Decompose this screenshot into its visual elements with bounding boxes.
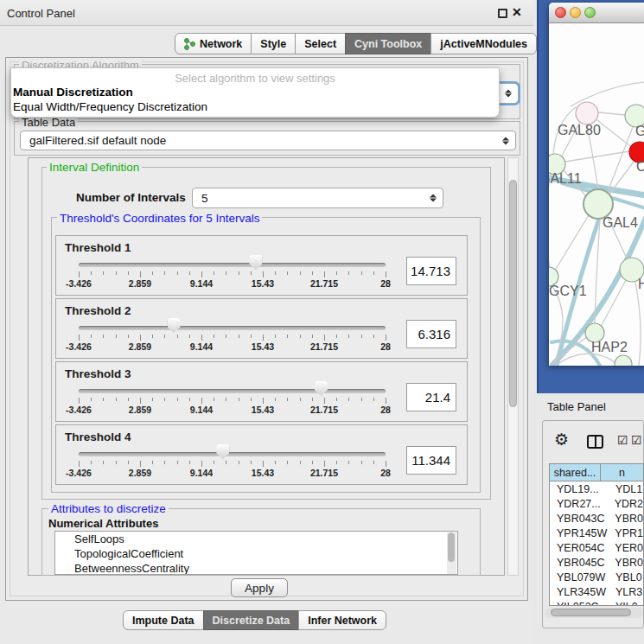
split-table-icon[interactable] — [587, 435, 603, 449]
table-data-group-title: Table Data — [19, 116, 78, 129]
slider-tick — [263, 398, 264, 404]
threshold-value-field[interactable]: 14.713 — [406, 257, 456, 285]
gear-icon[interactable]: ⚙ — [554, 431, 569, 448]
tab-network[interactable]: Network — [175, 33, 252, 54]
vertical-scrollbar-thumb[interactable] — [509, 180, 517, 407]
vertical-scrollbar[interactable] — [507, 157, 519, 576]
table-header-row: shared... n — [550, 464, 643, 481]
slider-tick — [348, 461, 349, 464]
slider-track[interactable] — [79, 452, 386, 456]
threshold-sliders: Threshold 1-3.4262.8599.14415.4321.71528… — [55, 235, 468, 488]
interval-definition-title: Interval Definition — [47, 161, 142, 174]
table-data-combo-value: galFiltered.sif default node — [29, 134, 166, 147]
network-graph[interactable]: GAL80G.CGAL11GAL4GCY1HHAP2 — [549, 23, 644, 366]
cell-name: YDL1 — [613, 483, 642, 495]
table-row[interactable]: YBR043CYBR0 — [550, 511, 643, 526]
attribute-list-item[interactable]: TopologicalCoefficient — [55, 546, 457, 561]
float-window-icon[interactable] — [498, 9, 507, 18]
column-header-name[interactable]: n — [601, 464, 643, 481]
threshold-value-field[interactable]: 11.344 — [406, 446, 456, 475]
slider-tick — [214, 398, 214, 401]
network-node-gal80[interactable] — [576, 102, 598, 124]
table-row[interactable]: YPR145WYPR1 — [550, 526, 643, 540]
thresholds-group-title: Threshold's Coordinates for 5 Intervals — [57, 212, 262, 225]
numerical-attributes-list[interactable]: SelfLoopsTopologicalCoefficientBetweenne… — [54, 531, 458, 575]
zoom-traffic-light-icon[interactable] — [584, 7, 596, 18]
slider-tick — [251, 335, 252, 338]
combo-arrows-icon — [505, 90, 512, 98]
table-row[interactable]: YBL079WYBL0 — [550, 570, 643, 584]
slider-tick — [91, 398, 92, 401]
tab-style-label: Style — [260, 38, 286, 50]
tab-impute-data[interactable]: Impute Data — [123, 610, 204, 630]
apply-button-label: Apply — [245, 582, 274, 595]
close-icon[interactable]: ✕ — [512, 5, 522, 19]
algorithm-option-equal-width[interactable]: Equal Width/Frequency Discretization — [11, 99, 499, 114]
column-header-shared-name[interactable]: shared... — [550, 464, 601, 481]
slider-tick — [103, 271, 104, 275]
network-canvas[interactable]: GAL80G.CGAL11GAL4GCY1HHAP2 — [549, 23, 644, 366]
list-scrollbar-thumb[interactable] — [448, 532, 455, 562]
apply-button[interactable]: Apply — [231, 578, 288, 597]
tab-select[interactable]: Select — [295, 33, 346, 54]
slider-thumb[interactable] — [168, 318, 181, 333]
slider-tick — [140, 398, 141, 404]
algorithm-option-manual[interactable]: Manual Discretization — [11, 85, 499, 99]
slider-track[interactable] — [79, 389, 386, 393]
table-row[interactable]: YLR345WYLR3 — [550, 584, 643, 599]
network-node-gal4[interactable] — [583, 189, 613, 219]
table-row[interactable]: YIL052CYIL0 — [550, 599, 643, 606]
network-edge — [571, 82, 644, 106]
threshold-value-field[interactable]: 6.316 — [406, 320, 456, 348]
slider-tick — [336, 335, 337, 338]
node-label-gcy1: GCY1 — [549, 284, 587, 298]
cell-shared-name: YBR043C — [550, 513, 612, 525]
table-row[interactable]: YER054CYER0 — [550, 540, 643, 555]
slider-tick-label: 9.144 — [190, 341, 213, 352]
slider-tick — [275, 335, 276, 338]
tab-discretize-data[interactable]: Discretize Data — [203, 610, 300, 630]
slider-thumb[interactable] — [249, 255, 262, 270]
tab-cyni-toolbox[interactable]: Cyni Toolbox — [345, 33, 431, 54]
checkbox-icon[interactable]: ☑ — [617, 433, 628, 447]
slider-thumb[interactable] — [315, 381, 328, 396]
slider-tick — [300, 271, 301, 275]
slider-track[interactable] — [79, 263, 386, 267]
slider-track[interactable] — [79, 326, 386, 330]
number-of-intervals-combo[interactable]: 5 — [192, 188, 443, 208]
network-node-clipped[interactable] — [615, 355, 632, 366]
table-data-combo[interactable]: galFiltered.sif default node — [20, 131, 516, 150]
slider-tick — [373, 335, 374, 338]
combo-arrows-icon — [502, 137, 509, 144]
checkbox-icon[interactable]: ☑ — [631, 433, 642, 447]
tab-style[interactable]: Style — [251, 33, 296, 54]
table-row[interactable]: YDR27...YDR2 — [550, 496, 643, 511]
slider-tick — [201, 398, 202, 404]
slider-tick — [79, 461, 80, 467]
table-row[interactable]: YDL19...YDL1 — [550, 481, 643, 496]
minimize-traffic-light-icon[interactable] — [570, 7, 581, 18]
node-attribute-table[interactable]: shared... n YDL19...YDL1YDR27...YDR2YBR0… — [549, 463, 644, 606]
cell-name: YDR2 — [612, 498, 643, 510]
table-body: YDL19...YDL1YDR27...YDR2YBR043CYBR0YPR14… — [550, 481, 643, 606]
slider-tick — [300, 461, 301, 464]
attribute-list-item[interactable]: BetweennessCentrality — [55, 561, 457, 575]
slider-tick — [324, 335, 325, 341]
list-scrollbar[interactable] — [447, 532, 456, 575]
threshold-panel-3: Threshold 3-3.4262.8599.14415.4321.71528… — [55, 361, 468, 422]
slider-thumb[interactable] — [216, 444, 229, 459]
table-row[interactable]: YBR045CYBR0 — [550, 555, 643, 570]
attribute-list-item[interactable]: SelfLoops — [55, 532, 457, 546]
horizontal-scrollbar-thumb[interactable] — [551, 609, 631, 616]
horizontal-scrollbar[interactable] — [545, 608, 643, 618]
close-traffic-light-icon[interactable] — [555, 7, 566, 18]
slider-tick — [312, 398, 313, 401]
slider-tick — [79, 398, 80, 404]
cell-shared-name: YBL079W — [550, 571, 613, 583]
slider-tick — [79, 335, 80, 341]
tab-infer-network[interactable]: Infer Network — [298, 610, 386, 630]
slider-tick — [336, 398, 337, 401]
threshold-value-field[interactable]: 21.4 — [406, 383, 456, 411]
slider-tick — [386, 335, 386, 341]
tab-jactivemnodules[interactable]: jActiveMNodules — [430, 33, 537, 54]
